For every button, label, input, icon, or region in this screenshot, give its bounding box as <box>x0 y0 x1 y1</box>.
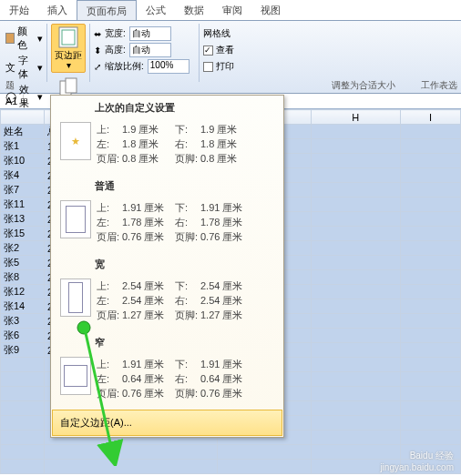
custom-margins-button[interactable]: 自定义边距(A)... <box>52 410 282 436</box>
effects-icon: ◯ <box>5 91 16 103</box>
font-icon: 文 <box>5 61 15 75</box>
height-input[interactable]: 自动 <box>129 43 171 57</box>
themes-group: 颜色 ▾ 文字体 ▾ ◯效果 ▾ 题 <box>2 24 47 82</box>
tab-view[interactable]: 视图 <box>251 0 290 20</box>
preset-preview-icon <box>60 200 91 238</box>
scale-group-label: 调整为合适大小 <box>332 79 395 92</box>
sheet-options-group: 网格线 查看 打印 工作表选 <box>200 24 254 82</box>
scale-input[interactable]: 100% <box>148 59 190 74</box>
wide-label: 宽 <box>51 252 283 275</box>
col-header-I[interactable]: I <box>400 110 460 125</box>
col-header-A[interactable] <box>1 110 45 125</box>
width-label: 宽度: <box>105 27 126 40</box>
tab-review[interactable]: 审阅 <box>213 0 251 20</box>
tab-page-layout[interactable]: 页面布局 <box>77 0 137 20</box>
preset-preview-icon <box>60 122 91 160</box>
last-custom-label: 上次的自定义设置 <box>51 96 283 118</box>
preset-normal[interactable]: 上:1.91 厘米下:1.91 厘米 左:1.78 厘米右:1.78 厘米 页眉… <box>51 197 283 252</box>
margins-icon <box>56 26 80 48</box>
print-label: 打印 <box>216 60 234 73</box>
effects-button[interactable]: 效果 <box>19 83 35 110</box>
margins-dropdown: 上次的自定义设置 上:1.9 厘米下:1.9 厘米 左:1.8 厘米右:1.8 … <box>50 95 284 438</box>
ribbon: 颜色 ▾ 文字体 ▾ ◯效果 ▾ 题 页边距▾ 纸张方向 纸张大小 打印区域 分… <box>0 21 461 94</box>
themes-label: 题 <box>5 79 15 92</box>
color-swatch-icon <box>5 33 15 44</box>
view-gridlines-checkbox[interactable] <box>203 46 213 56</box>
watermark: Baidu 经验 jingyan.baidu.com <box>380 450 454 472</box>
preset-preview-icon <box>60 357 91 395</box>
height-label: 高度: <box>105 44 126 56</box>
width-icon: ⬌ <box>94 29 101 39</box>
col-header-H[interactable]: H <box>311 110 400 125</box>
gridlines-label: 网格线 <box>203 27 230 40</box>
tab-home[interactable]: 开始 <box>0 0 38 20</box>
normal-label: 普通 <box>51 174 283 197</box>
scale-group: ⬌宽度:自动 ⬍高度:自动 ⤢缩放比例:100% 调整为合适大小 <box>90 24 200 82</box>
preset-last-custom[interactable]: 上:1.9 厘米下:1.9 厘米 左:1.8 厘米右:1.8 厘米 页眉:0.8… <box>51 118 283 174</box>
view-label: 查看 <box>216 44 234 56</box>
preset-preview-icon <box>60 279 91 317</box>
svg-rect-3 <box>66 78 77 93</box>
narrow-label: 窄 <box>51 330 283 353</box>
margins-button[interactable]: 页边距▾ <box>51 24 86 73</box>
tab-data[interactable]: 数据 <box>175 0 213 20</box>
fonts-button[interactable]: 字体 <box>18 54 35 81</box>
tab-insert[interactable]: 插入 <box>38 0 77 20</box>
colors-button[interactable]: 颜色 <box>17 25 35 52</box>
preset-wide[interactable]: 上:2.54 厘米下:2.54 厘米 左:2.54 厘米右:2.54 厘米 页眉… <box>51 275 283 330</box>
ribbon-tabs: 开始 插入 页面布局 公式 数据 审阅 视图 <box>0 0 461 21</box>
print-gridlines-checkbox[interactable] <box>203 62 213 72</box>
scale-icon: ⤢ <box>94 62 101 72</box>
tab-formulas[interactable]: 公式 <box>137 0 175 20</box>
height-icon: ⬍ <box>94 46 101 56</box>
page-setup-group: 页边距▾ 纸张方向 纸张大小 打印区域 分隔符 背景 打印标题 <box>47 24 90 82</box>
scale-label: 缩放比例: <box>105 60 144 73</box>
preset-narrow[interactable]: 上:1.91 厘米下:1.91 厘米 左:0.64 厘米右:0.64 厘米 页眉… <box>51 353 283 409</box>
sheet-options-label: 工作表选 <box>421 79 457 92</box>
width-input[interactable]: 自动 <box>129 26 171 41</box>
